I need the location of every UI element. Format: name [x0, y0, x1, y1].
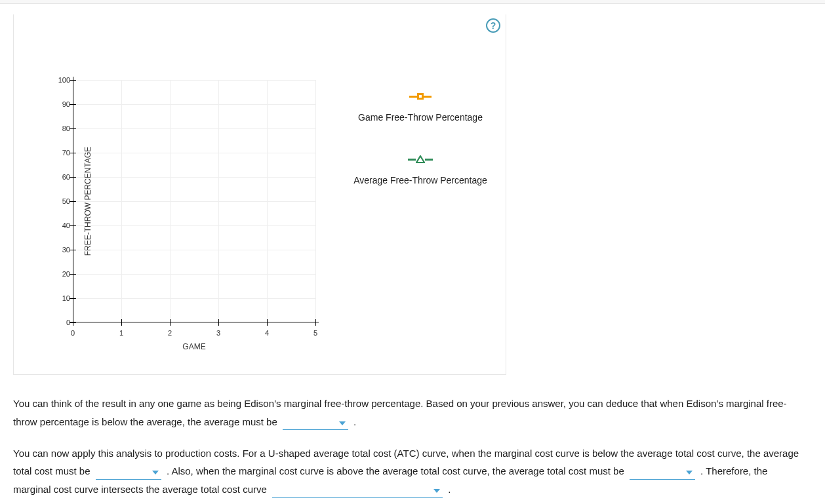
y-tick-label: 10: [50, 294, 70, 302]
x-axis: [70, 322, 319, 322]
square-marker-icon: [424, 96, 432, 98]
x-tick-label: 2: [168, 329, 172, 337]
caret-down-icon: [433, 489, 440, 493]
question-text: .: [351, 416, 356, 427]
chart-plot[interactable]: 100 90 80 70 60 50 40 30 20 10 0 0 1 2 3…: [73, 80, 315, 322]
chart-legend: Game Free-Throw Percentage Average Free-…: [342, 90, 499, 216]
question-text: You can think of the result in any one g…: [13, 398, 787, 427]
dropdown-avg-direction[interactable]: [283, 417, 348, 430]
x-tick-label: 4: [265, 329, 269, 337]
legend-item-game[interactable]: Game Free-Throw Percentage: [342, 90, 499, 123]
y-tick-label: 80: [50, 125, 70, 132]
question-text: . Also, when the marginal cost curve is …: [164, 465, 627, 476]
y-tick-label: 100: [50, 76, 70, 84]
triangle-marker-icon: [425, 159, 433, 161]
x-tick-label: 3: [216, 329, 220, 337]
y-tick-label: 90: [50, 100, 70, 108]
help-label: ?: [491, 20, 496, 31]
x-axis-title: GAME: [182, 342, 205, 351]
svg-marker-0: [416, 156, 424, 163]
y-tick-label: 0: [50, 319, 70, 326]
y-tick-label: 40: [50, 222, 70, 229]
square-marker-icon: [417, 93, 424, 100]
chart-panel: ?: [13, 14, 506, 375]
y-tick-label: 20: [50, 270, 70, 278]
dropdown-intersect[interactable]: [272, 485, 443, 498]
y-tick-label: 30: [50, 246, 70, 254]
triangle-marker-icon: [408, 159, 416, 161]
dropdown-atc-below[interactable]: [96, 467, 161, 480]
legend-label: Average Free-Throw Percentage: [342, 175, 499, 185]
y-axis-title: FREE-THROW PERCENTAGE: [83, 147, 92, 256]
x-tick-label: 1: [119, 329, 123, 337]
dropdown-atc-above[interactable]: [630, 467, 695, 480]
caret-down-icon: [686, 471, 693, 475]
question-paragraph-1: You can think of the result in any one g…: [13, 395, 800, 431]
legend-item-average[interactable]: Average Free-Throw Percentage: [342, 153, 499, 185]
caret-down-icon: [152, 471, 159, 475]
triangle-marker-icon: [416, 155, 425, 163]
question-paragraph-2: You can now apply this analysis to produ…: [13, 444, 800, 499]
legend-label: Game Free-Throw Percentage: [342, 112, 499, 123]
question-text: .: [445, 484, 451, 495]
help-icon[interactable]: ?: [486, 18, 500, 33]
y-tick-label: 50: [50, 197, 70, 205]
caret-down-icon: [339, 421, 346, 425]
square-marker-icon: [409, 96, 417, 98]
x-tick-label: 5: [313, 329, 317, 337]
y-tick-label: 70: [50, 149, 70, 157]
x-tick-label: 0: [71, 329, 75, 337]
y-tick-label: 60: [50, 173, 70, 181]
